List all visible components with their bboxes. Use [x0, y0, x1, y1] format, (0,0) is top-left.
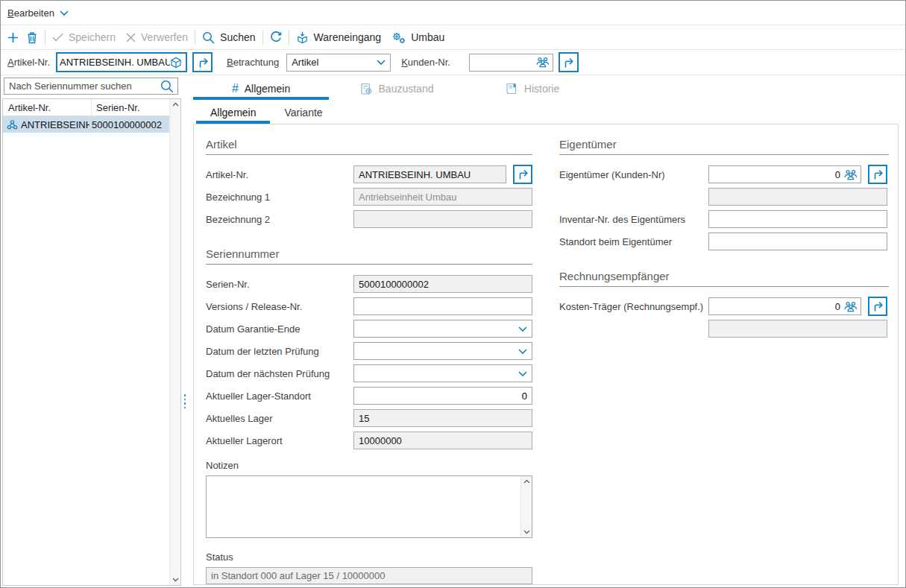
- discard-button[interactable]: Verwerfen: [126, 31, 188, 43]
- article-navigate-button[interactable]: [192, 52, 213, 72]
- subtab-allgemein[interactable]: Allgemein: [196, 101, 270, 124]
- subtab-allgemein-label: Allgemein: [210, 107, 256, 118]
- rebuild-button[interactable]: Umbau: [391, 31, 444, 44]
- refresh-button[interactable]: [270, 31, 282, 43]
- chevron-down-icon: [518, 370, 527, 377]
- panel-splitter-handle[interactable]: [183, 394, 187, 408]
- view-label: Betrachtung: [227, 57, 279, 68]
- section-eigentuemer-title: Eigentümer: [559, 138, 889, 155]
- sidebar-scrollbar[interactable]: [169, 99, 180, 585]
- scroll-up-icon[interactable]: [523, 479, 530, 484]
- field-label: Eigentümer (Kunden-Nr): [559, 169, 708, 180]
- gears-icon: [391, 31, 406, 44]
- bezeichnung1-readonly-field: Antriebseinheit Umbau: [353, 188, 532, 206]
- view-select-value: Artikel: [292, 57, 377, 68]
- package-icon: [296, 31, 309, 44]
- field-label: Standort beim Eigentümer: [559, 236, 708, 247]
- artikel-nr-readonly-field: ANTRIEBSEINH. UMBAU: [353, 165, 506, 183]
- people-icon[interactable]: [536, 57, 550, 68]
- version-input[interactable]: [359, 301, 527, 312]
- article-nr-label: Artikel-Nr.: [7, 57, 50, 68]
- toolbar-separator: [195, 30, 195, 45]
- status-readonly-field: in Standort 000 auf Lager 15 / 10000000: [206, 567, 532, 584]
- body: Artikel-Nr. Serien-Nr. ANTRIEBSEINH... 5…: [1, 75, 905, 587]
- field-label: Aktuelles Lager: [206, 413, 353, 424]
- serial-list-row-selected[interactable]: ANTRIEBSEINH... 5000100000002: [3, 116, 169, 133]
- subtab-variante[interactable]: Variante: [270, 101, 336, 124]
- people-icon[interactable]: [844, 301, 858, 312]
- plus-icon: [7, 32, 19, 43]
- people-icon[interactable]: [844, 169, 858, 180]
- edit-menu[interactable]: Bearbeiten: [7, 7, 69, 19]
- notizen-scrollbar[interactable]: [520, 476, 532, 537]
- tab-historie-label: Historie: [524, 83, 559, 95]
- chevron-down-icon: [518, 326, 527, 332]
- article-nr-input[interactable]: [57, 57, 170, 68]
- clipboard-gear-icon: [360, 83, 373, 95]
- save-button[interactable]: Speichern: [52, 31, 116, 43]
- lager-standort-field: [353, 387, 532, 405]
- eigentuemer-navigate-button[interactable]: [868, 165, 887, 184]
- search-icon[interactable]: [160, 80, 174, 93]
- lager-standort-input[interactable]: [359, 391, 527, 402]
- go-to-arrow-icon: [872, 300, 884, 312]
- chevron-down-icon: [60, 10, 69, 16]
- serial-search-box: [4, 78, 178, 95]
- section-artikel-title: Artikel: [206, 138, 532, 155]
- tab-bauzustand[interactable]: Bauzustand: [329, 78, 465, 100]
- view-select[interactable]: Artikel: [286, 54, 391, 72]
- naechste-pruefung-datepicker[interactable]: [353, 364, 532, 382]
- add-button[interactable]: [7, 32, 19, 43]
- toolbar-separator: [45, 30, 45, 45]
- letzte-pruefung-datepicker[interactable]: [353, 342, 532, 360]
- serien-nr-readonly-field: 5000100000002: [353, 275, 532, 293]
- standort-eigentuemer-input[interactable]: [714, 236, 882, 247]
- delete-button[interactable]: [26, 31, 38, 44]
- lager-readonly-field: 15: [353, 409, 532, 427]
- go-to-arrow-icon: [562, 57, 574, 69]
- field-label: Inventar-Nr. des Eigentümers: [559, 214, 708, 225]
- go-to-arrow-icon: [197, 57, 209, 69]
- tab-historie[interactable]: Historie: [465, 78, 600, 100]
- kosten-traeger-navigate-button[interactable]: [868, 297, 887, 316]
- garantie-ende-datepicker[interactable]: [353, 320, 532, 338]
- serial-search-input[interactable]: [4, 80, 160, 92]
- assembly-icon: [7, 119, 18, 130]
- version-field: [353, 297, 532, 315]
- artikel-navigate-button[interactable]: [513, 165, 532, 184]
- toolbar-separator: [262, 30, 263, 45]
- customer-navigate-button[interactable]: [559, 52, 579, 72]
- scroll-down-icon[interactable]: [523, 530, 530, 534]
- hash-icon: #: [232, 82, 239, 95]
- notizen-textarea[interactable]: [207, 476, 520, 537]
- rechnungsempfaenger-name-readonly-field: [708, 320, 887, 338]
- field-label: Datum Garantie-Ende: [206, 323, 353, 335]
- right-column: Eigentümer Eigentümer (Kunden-Nr) 0: [559, 138, 889, 342]
- customer-nr-input[interactable]: [470, 57, 536, 68]
- scroll-up-icon[interactable]: [172, 102, 179, 107]
- lagerort-readonly-field: 10000000: [353, 431, 532, 449]
- cube-icon[interactable]: [170, 57, 182, 69]
- eigentuemer-kunden-nr-field[interactable]: 0: [708, 165, 861, 183]
- scroll-down-icon[interactable]: [172, 578, 179, 582]
- kosten-traeger-field[interactable]: 0: [708, 297, 861, 315]
- serial-list-header: Artikel-Nr. Serien-Nr.: [3, 99, 169, 116]
- tab-allgemein[interactable]: # Allgemein: [193, 78, 329, 100]
- field-label: Datum der nächsten Prüfung: [206, 368, 353, 379]
- bezeichnung2-readonly-field: [353, 210, 532, 228]
- column-header-serial[interactable]: Serien-Nr.: [92, 102, 169, 113]
- serial-list: Artikel-Nr. Serien-Nr. ANTRIEBSEINH... 5…: [2, 98, 181, 586]
- search-button[interactable]: Suchen: [202, 31, 255, 44]
- go-to-arrow-icon: [517, 168, 529, 180]
- section-rechnungsempfaenger-title: Rechnungsempfänger: [559, 270, 889, 287]
- column-header-article[interactable]: Artikel-Nr.: [3, 99, 92, 116]
- field-label: Versions / Release-Nr.: [206, 301, 353, 312]
- toolbar-separator: [289, 30, 289, 45]
- eigentuemer-kunden-nr-value: 0: [714, 169, 844, 180]
- app-window: Bearbeiten Speichern: [0, 0, 906, 588]
- inventar-nr-input[interactable]: [714, 214, 882, 225]
- discard-button-label: Verwerfen: [141, 31, 188, 43]
- tab-bauzustand-label: Bauzustand: [379, 83, 434, 95]
- goods-receipt-button[interactable]: Wareneingang: [296, 31, 382, 44]
- subtab-variante-label: Variante: [284, 107, 322, 118]
